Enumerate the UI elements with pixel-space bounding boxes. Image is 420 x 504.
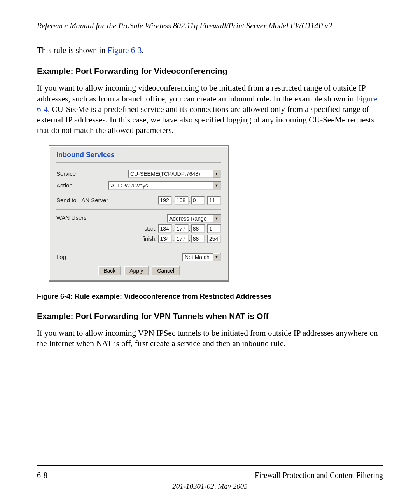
wan-users-label: WAN Users	[56, 214, 111, 221]
wan-finish-group: finish: 134. 177. 88. 254	[142, 234, 221, 243]
button-row: Back Apply Cancel	[49, 266, 228, 275]
text: This rule is shown in	[37, 46, 107, 55]
action-value: ALLOW always	[111, 182, 213, 189]
lan-ip-octet-2[interactable]: 168	[175, 196, 189, 205]
heading-vpn-tunnels: Example: Port Forwarding for VPN Tunnels…	[37, 312, 383, 321]
log-label: Log	[56, 254, 111, 260]
chevron-down-icon[interactable]: ▼	[213, 215, 220, 222]
start-ip-octet-3[interactable]: 88	[191, 224, 205, 233]
action-row: Action ALLOW always ▼	[49, 180, 228, 191]
text: .	[142, 46, 144, 55]
start-ip-octet-1[interactable]: 134	[158, 224, 172, 233]
running-header: Reference Manual for the ProSafe Wireles…	[37, 21, 383, 33]
footer-rule	[37, 466, 383, 466]
heading-videoconferencing: Example: Port Forwarding for Videoconfer…	[37, 66, 383, 76]
vpn-paragraph: If you want to allow incoming VPN IPSec …	[37, 328, 383, 349]
start-ip-octet-2[interactable]: 177	[175, 224, 189, 233]
footer-section-title: Firewall Protection and Content Filterin…	[255, 471, 383, 480]
service-label: Service	[56, 170, 111, 177]
chevron-down-icon[interactable]: ▼	[213, 182, 220, 189]
lan-server-row: Send to LAN Server 192. 168. 0. 11	[49, 194, 228, 206]
finish-ip-octet-1[interactable]: 134	[158, 234, 172, 243]
wan-users-select[interactable]: Address Range ▼	[167, 214, 221, 223]
log-value: Not Match	[185, 254, 213, 260]
lan-server-label: Send to LAN Server	[56, 197, 111, 203]
service-row: Service CU-SEEME(TCP/UDP:7648) ▼	[49, 168, 228, 180]
service-select[interactable]: CU-SEEME(TCP/UDP:7648) ▼	[128, 170, 221, 178]
action-label: Action	[56, 182, 91, 189]
page-footer: 6-8 Firewall Protection and Content Filt…	[37, 466, 383, 491]
text: , CU-SeeMe is a predefined service and i…	[37, 105, 374, 135]
finish-ip-octet-4[interactable]: 254	[207, 234, 221, 243]
wan-users-value: Address Range	[169, 215, 213, 222]
header-rule	[37, 33, 383, 33]
start-ip-octet-4[interactable]: 1	[207, 224, 221, 233]
wan-start-group: start: 134. 177. 88. 1	[144, 224, 221, 233]
cancel-button[interactable]: Cancel	[152, 266, 180, 275]
lan-ip-octet-1[interactable]: 192	[158, 196, 172, 205]
panel-title: Inbound Services	[49, 146, 228, 161]
lan-ip-group: 192. 168. 0. 11	[158, 196, 221, 205]
panel-title-underline	[56, 162, 221, 163]
chevron-down-icon[interactable]: ▼	[213, 170, 220, 178]
inbound-services-panel: Inbound Services Service CU-SEEME(TCP/UD…	[49, 145, 229, 282]
panel-divider	[56, 248, 221, 248]
figure-6-4-caption: Figure 6-4: Rule example: Videoconferenc…	[37, 292, 383, 301]
start-label: start:	[144, 226, 156, 232]
back-button[interactable]: Back	[98, 266, 121, 275]
figure-6-3-link[interactable]: Figure 6-3	[107, 46, 142, 55]
document-number: 201-10301-02, May 2005	[37, 482, 383, 491]
lan-ip-octet-4[interactable]: 11	[207, 196, 221, 205]
text: If you want to allow incoming videoconfe…	[37, 83, 366, 103]
finish-ip-octet-2[interactable]: 177	[175, 234, 189, 243]
apply-button[interactable]: Apply	[124, 266, 149, 275]
finish-ip-octet-3[interactable]: 88	[191, 234, 205, 243]
chevron-down-icon[interactable]: ▼	[213, 253, 220, 261]
lan-ip-octet-3[interactable]: 0	[191, 196, 205, 205]
page-number: 6-8	[37, 471, 47, 480]
intro-paragraph: This rule is shown in Figure 6-3.	[37, 45, 383, 56]
wan-users-row: WAN Users Address Range ▼ start: 134. 17…	[49, 213, 228, 245]
panel-divider	[56, 209, 221, 210]
log-select[interactable]: Not Match ▼	[182, 253, 221, 261]
log-row: Log Not Match ▼	[49, 251, 228, 263]
videoconf-paragraph: If you want to allow incoming videoconfe…	[37, 83, 383, 136]
service-value: CU-SEEME(TCP/UDP:7648)	[130, 171, 213, 177]
finish-label: finish:	[142, 236, 157, 242]
action-select[interactable]: ALLOW always ▼	[108, 181, 221, 190]
